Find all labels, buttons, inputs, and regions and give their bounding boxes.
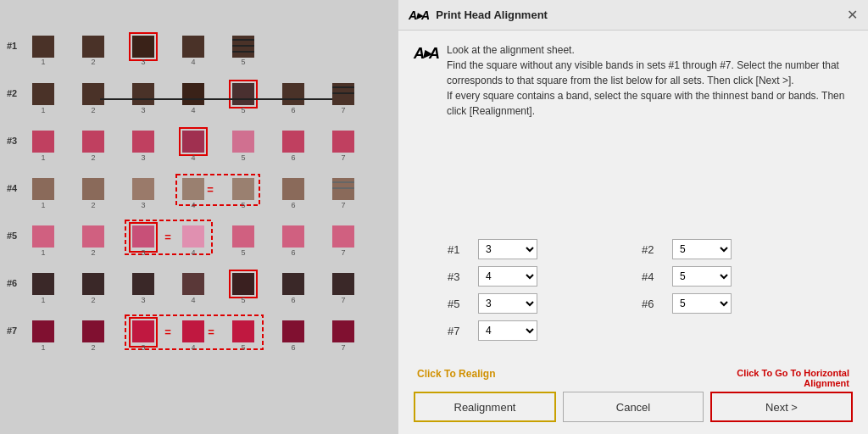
svg-rect-110 bbox=[132, 320, 154, 342]
svg-text:#4: #4 bbox=[7, 183, 18, 193]
svg-rect-118 bbox=[282, 320, 304, 342]
close-button[interactable]: ✕ bbox=[847, 8, 858, 22]
selector-4[interactable]: 1234567 bbox=[672, 266, 732, 287]
svg-rect-61 bbox=[232, 178, 254, 200]
svg-text:3: 3 bbox=[141, 58, 145, 66]
svg-rect-3 bbox=[82, 36, 104, 58]
svg-rect-35 bbox=[32, 131, 54, 153]
footer-labels: Click To Realign Click To Go To Horizont… bbox=[414, 368, 853, 388]
svg-rect-22 bbox=[182, 83, 204, 105]
svg-rect-113 bbox=[182, 320, 204, 342]
svg-rect-44 bbox=[232, 131, 254, 153]
svg-text:5: 5 bbox=[241, 296, 245, 304]
svg-text:5: 5 bbox=[241, 343, 245, 352]
footer-section: Click To Realign Click To Go To Horizont… bbox=[398, 361, 868, 434]
selector-1[interactable]: 1234567 bbox=[478, 239, 537, 259]
svg-rect-90 bbox=[82, 273, 104, 295]
selector-2[interactable]: 1234567 bbox=[672, 239, 732, 259]
selector-row-3: #3 1234567 bbox=[448, 266, 625, 287]
svg-rect-97 bbox=[232, 273, 254, 295]
selector-label-4: #4 bbox=[642, 270, 665, 283]
selector-label-5: #5 bbox=[448, 298, 471, 310]
svg-text:1: 1 bbox=[41, 296, 45, 304]
svg-text:3: 3 bbox=[141, 106, 145, 114]
svg-text:2: 2 bbox=[91, 201, 95, 209]
svg-rect-63 bbox=[282, 178, 304, 200]
selector-row-1: #1 1234567 bbox=[448, 239, 625, 259]
svg-rect-20 bbox=[132, 83, 154, 105]
svg-text:5: 5 bbox=[241, 58, 245, 66]
dialog-header: A▸A Print Head Alignment ✕ bbox=[398, 0, 868, 31]
svg-text:7: 7 bbox=[341, 343, 345, 352]
svg-rect-1 bbox=[32, 36, 54, 58]
svg-text:1: 1 bbox=[41, 201, 45, 209]
svg-rect-72 bbox=[82, 225, 104, 248]
svg-rect-37 bbox=[82, 131, 104, 153]
svg-rect-99 bbox=[282, 273, 304, 295]
instruction-icon: A▸A bbox=[414, 44, 438, 119]
svg-text:6: 6 bbox=[291, 153, 295, 162]
svg-text:1: 1 bbox=[41, 343, 45, 352]
svg-text:=: = bbox=[207, 183, 214, 196]
svg-text:1: 1 bbox=[41, 248, 45, 257]
svg-rect-0 bbox=[0, 0, 398, 434]
svg-text:2: 2 bbox=[91, 153, 95, 162]
svg-rect-81 bbox=[232, 225, 254, 248]
svg-text:3: 3 bbox=[141, 248, 145, 257]
instruction-text: Look at the alignment sheet. Find the sq… bbox=[447, 42, 853, 119]
selector-7[interactable]: 1234567 bbox=[478, 320, 537, 341]
svg-rect-116 bbox=[232, 320, 254, 342]
realignment-button[interactable]: Realignment bbox=[414, 392, 556, 422]
selector-label-6: #6 bbox=[642, 298, 665, 310]
selector-3[interactable]: 1234567 bbox=[478, 266, 537, 287]
svg-text:4: 4 bbox=[191, 296, 195, 304]
svg-rect-55 bbox=[132, 178, 154, 200]
svg-text:1: 1 bbox=[41, 106, 45, 114]
svg-rect-94 bbox=[182, 273, 204, 295]
svg-text:4: 4 bbox=[191, 58, 195, 66]
next-tooltip: Click To Go To Horizontal Alignment bbox=[731, 368, 849, 388]
svg-text:=: = bbox=[164, 231, 171, 243]
svg-rect-106 bbox=[82, 320, 104, 342]
svg-text:2: 2 bbox=[91, 248, 95, 257]
dialog-title-icon: A▸A bbox=[409, 8, 429, 22]
dialog-body: A▸A Look at the alignment sheet. Find th… bbox=[398, 31, 868, 361]
cancel-button[interactable]: Cancel bbox=[563, 392, 704, 422]
next-button[interactable]: Next > bbox=[710, 392, 853, 422]
svg-text:6: 6 bbox=[291, 343, 295, 352]
svg-text:4: 4 bbox=[191, 153, 195, 162]
alignment-sheet-svg: #1 1 2 3 4 5 #2 1 bbox=[0, 0, 398, 434]
selector-label-7: #7 bbox=[448, 325, 471, 337]
svg-text:4: 4 bbox=[191, 248, 195, 257]
svg-rect-79 bbox=[182, 225, 204, 248]
svg-text:#2: #2 bbox=[7, 88, 17, 98]
footer-buttons: Realignment Cancel Next > bbox=[414, 392, 853, 422]
selector-row-6: #6 1234567 bbox=[642, 293, 819, 314]
svg-rect-8 bbox=[182, 36, 204, 58]
svg-text:5: 5 bbox=[241, 153, 245, 162]
dialog-title-row: A▸A Print Head Alignment bbox=[409, 8, 548, 22]
svg-text:5: 5 bbox=[241, 106, 245, 114]
svg-rect-46 bbox=[282, 131, 304, 153]
svg-rect-51 bbox=[32, 178, 54, 200]
selector-label-1: #1 bbox=[448, 243, 471, 256]
svg-rect-85 bbox=[332, 225, 354, 248]
svg-text:#6: #6 bbox=[7, 278, 17, 288]
svg-text:3: 3 bbox=[141, 296, 145, 304]
selectors-grid: #1 1234567 #2 1234567 #3 1234567 bbox=[414, 239, 853, 341]
selector-5[interactable]: 1234567 bbox=[478, 293, 537, 314]
svg-rect-76 bbox=[132, 225, 154, 248]
svg-text:6: 6 bbox=[291, 201, 295, 209]
selector-6[interactable]: 1234567 bbox=[672, 293, 732, 314]
row1-label: #1 bbox=[7, 41, 17, 51]
svg-text:1: 1 bbox=[41, 153, 45, 162]
svg-text:2: 2 bbox=[91, 343, 95, 352]
svg-rect-48 bbox=[332, 131, 354, 153]
svg-rect-16 bbox=[32, 83, 54, 105]
svg-text:2: 2 bbox=[91, 296, 95, 304]
svg-text:=: = bbox=[208, 326, 214, 338]
svg-text:4: 4 bbox=[191, 106, 195, 114]
svg-rect-42 bbox=[182, 131, 204, 153]
selector-row-2: #2 1234567 bbox=[642, 239, 819, 259]
selector-row-5: #5 1234567 bbox=[448, 293, 625, 314]
